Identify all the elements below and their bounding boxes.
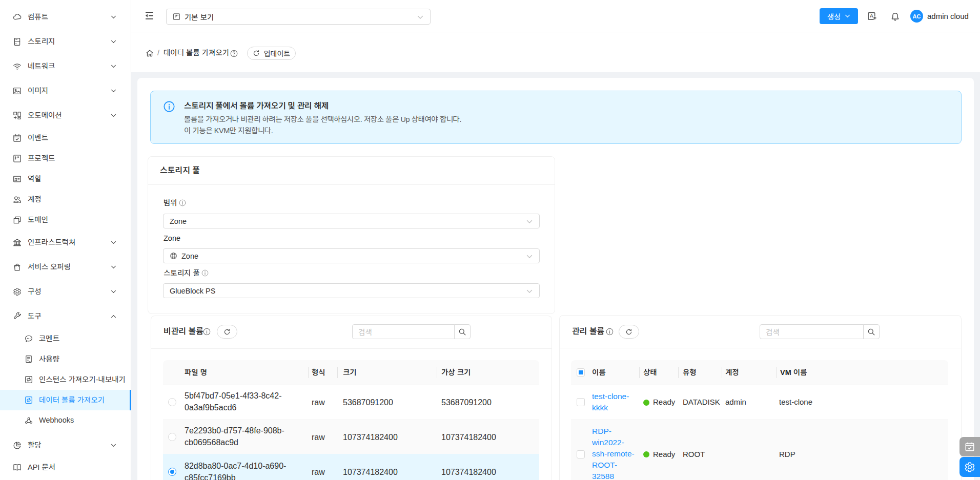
svg-text:A: A — [870, 13, 873, 18]
